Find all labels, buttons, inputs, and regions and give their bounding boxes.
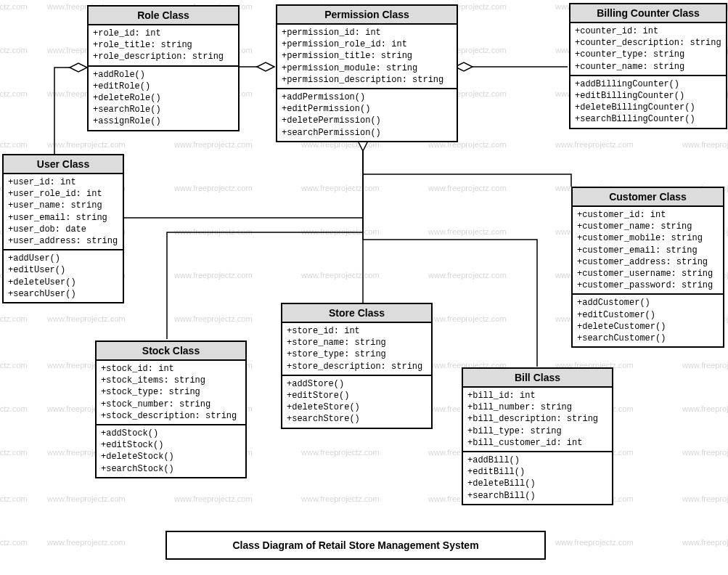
svg-marker-0 [257, 62, 274, 71]
class-stock-ops: +addStock()+editStock()+deleteStock()+se… [97, 425, 245, 477]
class-store: Store Class +store_id: int+store_name: s… [281, 303, 433, 429]
class-bill-title: Bill Class [463, 369, 612, 388]
class-store-ops: +addStore()+editStore()+deleteStore()+se… [282, 376, 431, 428]
class-user-title: User Class [4, 155, 123, 174]
class-permission-title: Permission Class [277, 6, 457, 25]
class-role-attrs: +role_id: int+role_title: string+role_de… [89, 25, 238, 67]
svg-marker-2 [70, 63, 87, 72]
class-role-title: Role Class [89, 7, 238, 25]
class-bill-attrs: +bill_id: int+bill_number: string+bill_d… [463, 388, 612, 452]
class-billing: Billing Counter Class +counter_id: int+c… [569, 3, 727, 129]
class-billing-ops: +addBillingCounter()+editBillingCounter(… [570, 76, 726, 128]
class-permission-ops: +addPermission()+editPermission()+delete… [277, 89, 457, 141]
class-billing-attrs: +counter_id: int+counter_description: st… [570, 23, 726, 76]
class-user-ops: +addUser()+editUser()+deleteUser()+searc… [4, 250, 123, 302]
diagram-caption: Class Diagram of Retail Store Management… [165, 531, 546, 560]
class-billing-title: Billing Counter Class [570, 4, 726, 23]
class-stock-title: Stock Class [97, 342, 245, 361]
class-customer-ops: +addCustomer()+editCustomer()+deleteCust… [573, 295, 723, 346]
class-bill-ops: +addBill()+editBill()+deleteBill()+searc… [463, 452, 612, 504]
class-customer-title: Customer Class [573, 188, 723, 207]
class-user-attrs: +user_id: int+user_role_id: int+user_nam… [4, 174, 123, 250]
class-role-ops: +addRole()+editRole()+deleteRole()+searc… [89, 67, 238, 130]
class-customer: Customer Class +customer_id: int+custome… [571, 187, 724, 348]
class-role: Role Class +role_id: int+role_title: str… [87, 5, 240, 131]
class-user: User Class +user_id: int+user_role_id: i… [2, 154, 124, 303]
class-permission-attrs: +permission_id: int+permission_role_id: … [277, 25, 457, 89]
class-stock: Stock Class +stock_id: int+stock_items: … [95, 340, 247, 478]
class-bill: Bill Class +bill_id: int+bill_number: st… [462, 367, 613, 505]
class-permission: Permission Class +permission_id: int+per… [276, 4, 458, 142]
class-customer-attrs: +customer_id: int+customer_name: string+… [573, 207, 723, 295]
class-store-title: Store Class [282, 304, 431, 323]
class-store-attrs: +store_id: int+store_name: string+store_… [282, 323, 431, 376]
class-stock-attrs: +stock_id: int+stock_items: string+stock… [97, 361, 245, 425]
